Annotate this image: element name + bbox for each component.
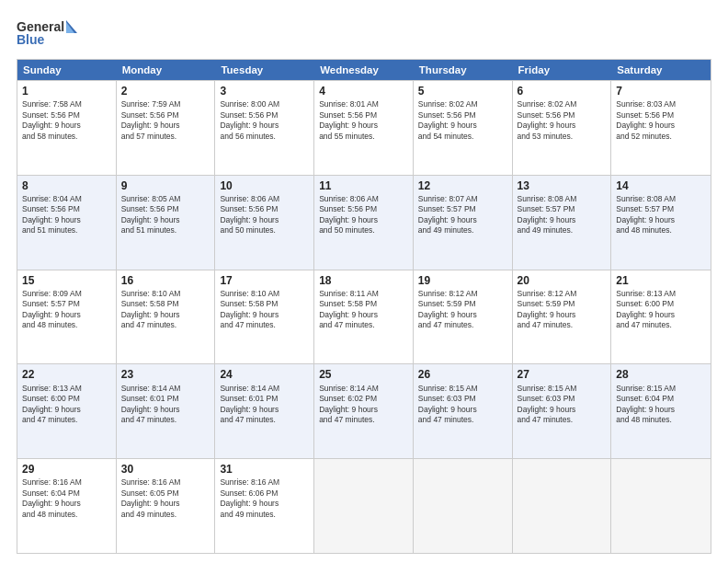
day-number: 20 [518,273,607,288]
day-info-line: Sunrise: 8:01 AM [319,99,408,109]
day-info-line: Daylight: 9 hours [319,121,408,131]
day-info-line: Sunrise: 7:59 AM [121,99,210,109]
empty-cell [513,459,612,553]
day-info-line: Daylight: 9 hours [22,405,111,415]
day-info-line: Sunset: 5:58 PM [121,299,210,309]
day-cell: 11Sunrise: 8:06 AMSunset: 5:56 PMDayligh… [314,176,414,270]
day-cell: 10Sunrise: 8:06 AMSunset: 5:56 PMDayligh… [215,176,314,270]
calendar-header: SundayMondayTuesdayWednesdayThursdayFrid… [17,60,711,80]
day-info-line: Daylight: 9 hours [22,310,111,320]
day-number: 17 [220,273,309,288]
day-info-line: Sunset: 5:57 PM [22,299,111,309]
day-number: 31 [220,462,309,477]
logo-svg: GeneralBlue [17,17,81,52]
day-info-line: and 52 minutes. [616,132,706,142]
day-cell: 31Sunrise: 8:16 AMSunset: 6:06 PMDayligh… [215,459,314,553]
day-info-line: and 54 minutes. [418,132,507,142]
day-info-line: Sunrise: 8:07 AM [418,194,507,204]
day-info-line: Sunrise: 7:58 AM [22,99,111,109]
day-number: 7 [616,84,706,98]
day-info-line: and 47 minutes. [518,415,607,425]
day-info-line: Sunset: 5:56 PM [518,110,607,121]
day-info-line: Daylight: 9 hours [418,405,507,415]
day-info-line: Sunrise: 8:10 AM [121,289,210,299]
day-info-line: Sunrise: 8:08 AM [616,194,706,204]
day-cell: 14Sunrise: 8:08 AMSunset: 5:57 PMDayligh… [611,176,711,270]
day-info-line: Sunset: 6:03 PM [418,394,507,404]
day-info-line: Sunset: 5:59 PM [418,299,507,309]
calendar-row: 1Sunrise: 7:58 AMSunset: 5:56 PMDaylight… [17,80,711,175]
day-number: 27 [518,367,607,382]
day-info-line: Sunrise: 8:16 AM [220,477,309,488]
calendar-row: 15Sunrise: 8:09 AMSunset: 5:57 PMDayligh… [17,270,711,364]
day-info-line: Daylight: 9 hours [319,310,408,320]
day-cell: 9Sunrise: 8:05 AMSunset: 5:56 PMDaylight… [117,176,216,270]
day-info-line: Daylight: 9 hours [518,121,607,131]
day-info-line: Daylight: 9 hours [220,215,309,225]
page: GeneralBlue SundayMondayTuesdayWednesday… [0,0,728,563]
header-day: Monday [117,60,216,80]
day-info-line: Sunrise: 8:11 AM [319,289,408,299]
day-info-line: Sunrise: 8:14 AM [319,384,408,394]
day-number: 19 [418,273,507,288]
day-cell: 20Sunrise: 8:12 AMSunset: 5:59 PMDayligh… [513,270,612,364]
day-info-line: Sunset: 6:00 PM [22,394,111,404]
day-info-line: and 47 minutes. [121,320,210,330]
day-cell: 16Sunrise: 8:10 AMSunset: 5:58 PMDayligh… [117,270,216,364]
header-day: Wednesday [314,60,414,80]
day-cell: 21Sunrise: 8:13 AMSunset: 6:00 PMDayligh… [611,270,711,364]
day-info-line: Sunset: 5:56 PM [121,204,210,214]
calendar-row: 29Sunrise: 8:16 AMSunset: 6:04 PMDayligh… [17,458,711,553]
day-info-line: Sunrise: 8:09 AM [22,289,111,299]
day-number: 9 [121,178,210,193]
day-number: 6 [518,84,607,98]
day-info-line: Sunrise: 8:16 AM [22,477,111,488]
day-info-line: Sunrise: 8:08 AM [518,194,607,204]
day-info-line: Sunset: 5:56 PM [220,110,309,121]
day-info-line: and 49 minutes. [518,225,607,236]
header-day: Sunday [17,60,117,80]
day-info-line: Sunrise: 8:02 AM [518,99,607,109]
day-info-line: Daylight: 9 hours [121,405,210,415]
day-number: 23 [121,367,210,382]
day-info-line: Daylight: 9 hours [518,310,607,320]
day-number: 11 [319,178,408,193]
day-info-line: Daylight: 9 hours [616,310,706,320]
day-info-line: and 56 minutes. [220,132,309,142]
day-number: 26 [418,367,507,382]
day-info-line: Sunset: 5:56 PM [121,110,210,121]
day-info-line: Daylight: 9 hours [220,310,309,320]
day-number: 30 [121,462,210,477]
day-info-line: and 48 minutes. [616,225,706,236]
day-cell: 6Sunrise: 8:02 AMSunset: 5:56 PMDaylight… [513,81,612,175]
day-info-line: Sunset: 6:05 PM [121,488,210,499]
day-cell: 2Sunrise: 7:59 AMSunset: 5:56 PMDaylight… [117,81,216,175]
day-info-line: Sunrise: 8:04 AM [22,194,111,204]
calendar-row: 22Sunrise: 8:13 AMSunset: 6:00 PMDayligh… [17,363,711,458]
day-info-line: Sunrise: 8:06 AM [319,194,408,204]
day-info-line: and 51 minutes. [121,225,210,236]
day-info-line: Sunrise: 8:00 AM [220,99,309,109]
day-number: 18 [319,273,408,288]
day-info-line: Sunrise: 8:14 AM [121,384,210,394]
header-day: Tuesday [215,60,314,80]
day-info-line: Daylight: 9 hours [121,499,210,509]
day-cell: 28Sunrise: 8:15 AMSunset: 6:04 PMDayligh… [611,364,711,458]
day-info-line: Daylight: 9 hours [22,499,111,509]
day-info-line: Sunset: 6:01 PM [121,394,210,404]
day-info-line: Daylight: 9 hours [121,215,210,225]
day-info-line: Sunrise: 8:10 AM [220,289,309,299]
day-info-line: and 51 minutes. [22,225,111,236]
day-info-line: and 50 minutes. [220,225,309,236]
day-info-line: Sunrise: 8:15 AM [418,384,507,394]
calendar-row: 8Sunrise: 8:04 AMSunset: 5:56 PMDaylight… [17,175,711,270]
day-info-line: Daylight: 9 hours [220,405,309,415]
day-number: 29 [22,462,111,477]
day-info-line: Sunset: 5:56 PM [616,110,706,121]
day-number: 2 [121,84,210,98]
day-number: 28 [616,367,706,382]
day-info-line: Sunrise: 8:16 AM [121,477,210,488]
day-info-line: and 49 minutes. [220,510,309,520]
day-cell: 1Sunrise: 7:58 AMSunset: 5:56 PMDaylight… [17,81,117,175]
day-info-line: Sunset: 5:59 PM [518,299,607,309]
